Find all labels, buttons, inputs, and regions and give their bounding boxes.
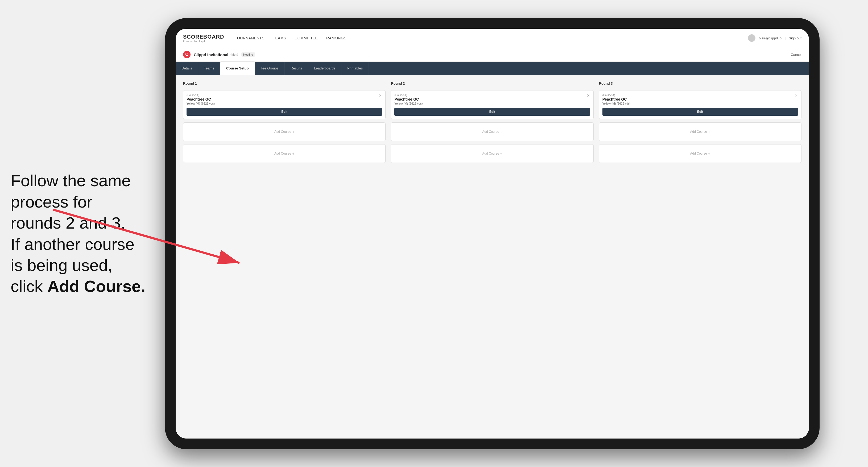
nav-rankings[interactable]: RANKINGS: [326, 36, 346, 40]
tournament-name: Clippd Invitational: [194, 53, 228, 57]
rounds-grid: Round 1 ✕ (Course A) Peachtree GC Yellow…: [183, 82, 802, 163]
course-details: Yellow (M) (6629 yds): [187, 102, 382, 105]
round-3-add-course-1[interactable]: Add Course +: [599, 122, 802, 141]
course-name-r2: Peachtree GC: [394, 97, 590, 101]
user-avatar: [748, 34, 755, 42]
add-course-plus-icon-r3-1: +: [708, 130, 710, 134]
course-details-r2: Yellow (M) (6629 yds): [394, 102, 590, 105]
round-3-course-card: ✕ (Course A) Peachtree GC Yellow (M) (66…: [599, 90, 802, 119]
top-navigation: SCOREBOARD Powered by clippd TOURNAMENTS…: [176, 29, 809, 48]
remove-course-icon-r3[interactable]: ✕: [794, 93, 799, 98]
round-2-column: Round 2 ✕ (Course A) Peachtree GC Yellow…: [391, 82, 593, 163]
bold-text: Add Course.: [48, 277, 146, 295]
tabs-bar: Details Teams Course Setup Tee Groups Re…: [176, 62, 809, 75]
app-logo: SCOREBOARD Powered by clippd: [183, 34, 224, 42]
round-1-add-course-2[interactable]: Add Course +: [183, 144, 385, 163]
instruction-panel: Follow the same process for rounds 2 and…: [0, 154, 165, 313]
cancel-button[interactable]: Cancel: [791, 53, 802, 57]
nav-tournaments[interactable]: TOURNAMENTS: [235, 36, 264, 40]
nav-committee[interactable]: COMMITTEE: [294, 36, 318, 40]
round-1-course-card: ✕ (Course A) Peachtree GC Yellow (M) (66…: [183, 90, 385, 119]
add-course-label-2: Add Course: [274, 152, 291, 155]
app-logo-circle: C: [183, 51, 190, 58]
round-1-add-course-1[interactable]: Add Course +: [183, 122, 385, 141]
round-1-title: Round 1: [183, 82, 385, 86]
course-name: Peachtree GC: [187, 97, 382, 101]
add-course-label-r3-2: Add Course: [690, 152, 707, 155]
add-course-plus-icon-r2-1: +: [500, 130, 502, 134]
tab-leaderboards[interactable]: Leaderboards: [308, 62, 341, 75]
add-course-label-r2-2: Add Course: [482, 152, 499, 155]
round-2-title: Round 2: [391, 82, 593, 86]
logo-title: SCOREBOARD: [183, 34, 224, 40]
round-1-column: Round 1 ✕ (Course A) Peachtree GC Yellow…: [183, 82, 385, 163]
add-course-label-r3-1: Add Course: [690, 130, 707, 133]
remove-course-icon[interactable]: ✕: [378, 93, 383, 98]
tab-tee-groups[interactable]: Tee Groups: [255, 62, 285, 75]
nav-right: blair@clippd.io | Sign out: [748, 34, 802, 42]
add-course-plus-icon-r2-2: +: [500, 151, 502, 156]
main-content: Round 1 ✕ (Course A) Peachtree GC Yellow…: [176, 75, 809, 438]
add-course-plus-icon-2: +: [292, 151, 294, 156]
sub-header: C Clippd Invitational (Men) Hosting Canc…: [176, 48, 809, 62]
tab-printables[interactable]: Printables: [341, 62, 369, 75]
user-email: blair@clippd.io: [758, 36, 781, 40]
add-course-plus-icon: +: [292, 130, 294, 134]
hosting-badge: Hosting: [241, 53, 255, 57]
course-label-r3: (Course A): [602, 94, 798, 97]
logo-letter: C: [185, 52, 188, 57]
course-name-r3: Peachtree GC: [602, 97, 798, 101]
tab-teams[interactable]: Teams: [198, 62, 220, 75]
tablet-screen: SCOREBOARD Powered by clippd TOURNAMENTS…: [176, 29, 809, 438]
course-details-r3: Yellow (M) (6629 yds): [602, 102, 798, 105]
tournament-badge: (Men): [230, 53, 238, 56]
nav-teams[interactable]: TEAMS: [273, 36, 286, 40]
tablet-device: SCOREBOARD Powered by clippd TOURNAMENTS…: [165, 18, 819, 449]
round-2-add-course-1[interactable]: Add Course +: [391, 122, 593, 141]
instruction-text: Follow the same process for rounds 2 and…: [11, 172, 145, 295]
course-label: (Course A): [187, 94, 382, 97]
edit-course-button-r2[interactable]: Edit: [394, 108, 590, 116]
edit-course-button[interactable]: Edit: [187, 108, 382, 116]
round-3-column: Round 3 ✕ (Course A) Peachtree GC Yellow…: [599, 82, 802, 163]
add-course-plus-icon-r3-2: +: [708, 151, 710, 156]
main-nav: TOURNAMENTS TEAMS COMMITTEE RANKINGS: [235, 36, 748, 40]
tab-course-setup[interactable]: Course Setup: [220, 62, 255, 75]
add-course-label-r2-1: Add Course: [482, 130, 499, 133]
remove-course-icon-r2[interactable]: ✕: [586, 93, 591, 98]
tab-details[interactable]: Details: [176, 62, 198, 75]
round-2-course-card: ✕ (Course A) Peachtree GC Yellow (M) (66…: [391, 90, 593, 119]
separator: |: [785, 36, 785, 40]
add-course-label: Add Course: [274, 130, 291, 133]
sign-out-link[interactable]: Sign out: [789, 36, 802, 40]
logo-subtitle: Powered by clippd: [183, 40, 224, 42]
round-3-title: Round 3: [599, 82, 802, 86]
tab-results[interactable]: Results: [285, 62, 308, 75]
edit-course-button-r3[interactable]: Edit: [602, 108, 798, 116]
round-3-add-course-2[interactable]: Add Course +: [599, 144, 802, 163]
round-2-add-course-2[interactable]: Add Course +: [391, 144, 593, 163]
course-label-r2: (Course A): [394, 94, 590, 97]
